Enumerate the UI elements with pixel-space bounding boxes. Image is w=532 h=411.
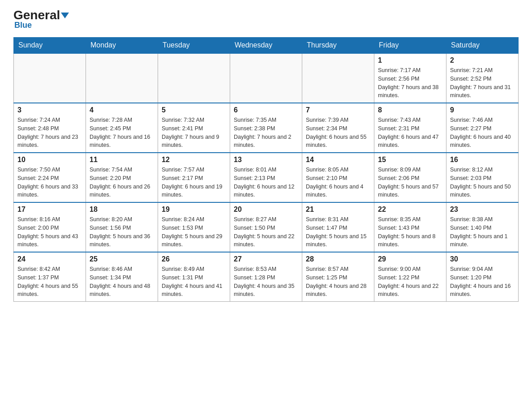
day-number: 10: [17, 156, 82, 164]
day-info: Sunrise: 8:20 AM Sunset: 1:56 PM Dayligh…: [90, 215, 154, 249]
day-info: Sunrise: 7:43 AM Sunset: 2:31 PM Dayligh…: [378, 116, 442, 150]
calendar-day-cell: 29Sunrise: 9:00 AM Sunset: 1:22 PM Dayli…: [374, 252, 446, 302]
calendar-week-row-1: 1Sunrise: 7:17 AM Sunset: 2:56 PM Daylig…: [14, 53, 519, 103]
day-info: Sunrise: 8:53 AM Sunset: 1:28 PM Dayligh…: [234, 265, 298, 299]
calendar-day-cell: 17Sunrise: 8:16 AM Sunset: 2:00 PM Dayli…: [14, 202, 86, 252]
day-info: Sunrise: 8:24 AM Sunset: 1:53 PM Dayligh…: [162, 215, 226, 249]
calendar-day-cell: 18Sunrise: 8:20 AM Sunset: 1:56 PM Dayli…: [86, 202, 158, 252]
day-info: Sunrise: 8:09 AM Sunset: 2:06 PM Dayligh…: [378, 166, 442, 199]
calendar-day-cell: 28Sunrise: 8:57 AM Sunset: 1:25 PM Dayli…: [302, 252, 374, 302]
calendar-day-cell: 13Sunrise: 8:01 AM Sunset: 2:13 PM Dayli…: [230, 153, 302, 202]
day-info: Sunrise: 7:35 AM Sunset: 2:38 PM Dayligh…: [234, 116, 298, 150]
calendar-day-cell: [302, 53, 374, 103]
calendar-day-cell: 5Sunrise: 7:32 AM Sunset: 2:41 PM Daylig…: [158, 103, 230, 153]
calendar-day-cell: 15Sunrise: 8:09 AM Sunset: 2:06 PM Dayli…: [374, 153, 446, 202]
calendar-day-cell: 1Sunrise: 7:17 AM Sunset: 2:56 PM Daylig…: [374, 53, 446, 103]
day-number: 23: [450, 206, 515, 214]
day-number: 11: [90, 156, 154, 164]
calendar-day-cell: 9Sunrise: 7:46 AM Sunset: 2:27 PM Daylig…: [446, 103, 519, 153]
logo-blue-text: Blue: [13, 21, 32, 30]
day-number: 16: [450, 156, 515, 164]
day-number: 26: [162, 255, 226, 263]
calendar-header-saturday: Saturday: [446, 38, 519, 54]
day-number: 1: [378, 56, 442, 64]
day-number: 25: [90, 255, 154, 263]
day-info: Sunrise: 7:46 AM Sunset: 2:27 PM Dayligh…: [450, 116, 515, 150]
day-info: Sunrise: 7:54 AM Sunset: 2:20 PM Dayligh…: [90, 166, 154, 199]
calendar-day-cell: 14Sunrise: 8:05 AM Sunset: 2:10 PM Dayli…: [302, 153, 374, 202]
day-info: Sunrise: 7:39 AM Sunset: 2:34 PM Dayligh…: [306, 116, 370, 150]
calendar-table: SundayMondayTuesdayWednesdayThursdayFrid…: [13, 37, 519, 302]
day-info: Sunrise: 7:21 AM Sunset: 2:52 PM Dayligh…: [450, 66, 515, 100]
day-info: Sunrise: 8:05 AM Sunset: 2:10 PM Dayligh…: [306, 166, 370, 199]
day-info: Sunrise: 8:35 AM Sunset: 1:43 PM Dayligh…: [378, 215, 442, 249]
day-number: 19: [162, 206, 226, 214]
day-info: Sunrise: 7:28 AM Sunset: 2:45 PM Dayligh…: [90, 116, 154, 150]
day-info: Sunrise: 7:17 AM Sunset: 2:56 PM Dayligh…: [378, 66, 442, 100]
day-info: Sunrise: 9:00 AM Sunset: 1:22 PM Dayligh…: [378, 265, 442, 299]
logo-top: General: [13, 9, 69, 21]
day-number: 27: [234, 255, 298, 263]
day-info: Sunrise: 8:12 AM Sunset: 2:03 PM Dayligh…: [450, 166, 515, 199]
calendar-day-cell: 19Sunrise: 8:24 AM Sunset: 1:53 PM Dayli…: [158, 202, 230, 252]
calendar-day-cell: 21Sunrise: 8:31 AM Sunset: 1:47 PM Dayli…: [302, 202, 374, 252]
calendar-week-row-5: 24Sunrise: 8:42 AM Sunset: 1:37 PM Dayli…: [14, 252, 519, 302]
day-info: Sunrise: 8:01 AM Sunset: 2:13 PM Dayligh…: [234, 166, 298, 199]
day-info: Sunrise: 8:49 AM Sunset: 1:31 PM Dayligh…: [162, 265, 226, 299]
day-info: Sunrise: 7:32 AM Sunset: 2:41 PM Dayligh…: [162, 116, 226, 150]
day-number: 7: [306, 106, 370, 114]
day-number: 8: [378, 106, 442, 114]
day-number: 9: [450, 106, 515, 114]
day-number: 28: [306, 255, 370, 263]
day-number: 4: [90, 106, 154, 114]
calendar-week-row-3: 10Sunrise: 7:50 AM Sunset: 2:24 PM Dayli…: [14, 153, 519, 202]
day-info: Sunrise: 8:27 AM Sunset: 1:50 PM Dayligh…: [234, 215, 298, 249]
day-number: 30: [450, 255, 515, 263]
day-number: 2: [450, 56, 515, 64]
day-info: Sunrise: 8:42 AM Sunset: 1:37 PM Dayligh…: [17, 265, 82, 299]
calendar-header-sunday: Sunday: [14, 38, 86, 54]
day-number: 21: [306, 206, 370, 214]
calendar-day-cell: 20Sunrise: 8:27 AM Sunset: 1:50 PM Dayli…: [230, 202, 302, 252]
day-info: Sunrise: 7:24 AM Sunset: 2:48 PM Dayligh…: [17, 116, 82, 150]
calendar-day-cell: [86, 53, 158, 103]
calendar-day-cell: 22Sunrise: 8:35 AM Sunset: 1:43 PM Dayli…: [374, 202, 446, 252]
day-info: Sunrise: 8:46 AM Sunset: 1:34 PM Dayligh…: [90, 265, 154, 299]
logo: General Blue: [13, 9, 69, 30]
day-number: 13: [234, 156, 298, 164]
day-number: 24: [17, 255, 82, 263]
day-number: 15: [378, 156, 442, 164]
calendar-day-cell: 16Sunrise: 8:12 AM Sunset: 2:03 PM Dayli…: [446, 153, 519, 202]
calendar-day-cell: 6Sunrise: 7:35 AM Sunset: 2:38 PM Daylig…: [230, 103, 302, 153]
day-info: Sunrise: 8:38 AM Sunset: 1:40 PM Dayligh…: [450, 215, 515, 249]
calendar-header-friday: Friday: [374, 38, 446, 54]
day-info: Sunrise: 8:57 AM Sunset: 1:25 PM Dayligh…: [306, 265, 370, 299]
day-info: Sunrise: 8:31 AM Sunset: 1:47 PM Dayligh…: [306, 215, 370, 249]
calendar-day-cell: 2Sunrise: 7:21 AM Sunset: 2:52 PM Daylig…: [446, 53, 519, 103]
calendar-day-cell: 27Sunrise: 8:53 AM Sunset: 1:28 PM Dayli…: [230, 252, 302, 302]
calendar-day-cell: 30Sunrise: 9:04 AM Sunset: 1:20 PM Dayli…: [446, 252, 519, 302]
calendar-week-row-2: 3Sunrise: 7:24 AM Sunset: 2:48 PM Daylig…: [14, 103, 519, 153]
day-number: 20: [234, 206, 298, 214]
calendar-day-cell: 25Sunrise: 8:46 AM Sunset: 1:34 PM Dayli…: [86, 252, 158, 302]
calendar-day-cell: 8Sunrise: 7:43 AM Sunset: 2:31 PM Daylig…: [374, 103, 446, 153]
calendar-day-cell: 7Sunrise: 7:39 AM Sunset: 2:34 PM Daylig…: [302, 103, 374, 153]
page-header: General Blue: [13, 9, 519, 30]
calendar-day-cell: [14, 53, 86, 103]
calendar-day-cell: 3Sunrise: 7:24 AM Sunset: 2:48 PM Daylig…: [14, 103, 86, 153]
day-number: 14: [306, 156, 370, 164]
day-number: 3: [17, 106, 82, 114]
calendar-day-cell: 10Sunrise: 7:50 AM Sunset: 2:24 PM Dayli…: [14, 153, 86, 202]
day-number: 5: [162, 106, 226, 114]
calendar-day-cell: 24Sunrise: 8:42 AM Sunset: 1:37 PM Dayli…: [14, 252, 86, 302]
day-number: 6: [234, 106, 298, 114]
day-info: Sunrise: 7:50 AM Sunset: 2:24 PM Dayligh…: [17, 166, 82, 199]
day-info: Sunrise: 7:57 AM Sunset: 2:17 PM Dayligh…: [162, 166, 226, 199]
logo-triangle-icon: [61, 13, 69, 18]
calendar-header-row: SundayMondayTuesdayWednesdayThursdayFrid…: [14, 38, 519, 54]
day-number: 18: [90, 206, 154, 214]
calendar-day-cell: 26Sunrise: 8:49 AM Sunset: 1:31 PM Dayli…: [158, 252, 230, 302]
day-number: 22: [378, 206, 442, 214]
calendar-day-cell: [158, 53, 230, 103]
day-number: 12: [162, 156, 226, 164]
